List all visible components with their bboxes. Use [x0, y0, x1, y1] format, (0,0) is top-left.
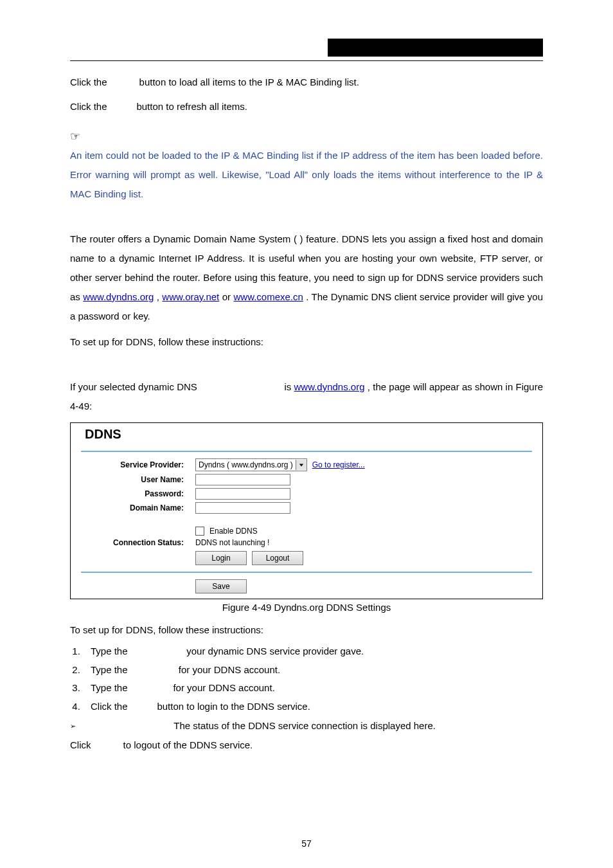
blank [130, 682, 171, 693]
label-user-name: User Name: [81, 475, 195, 484]
text: button to login to the DDNS service. [157, 701, 310, 712]
row-domain-name: Domain Name: [71, 501, 542, 515]
save-button[interactable]: Save [195, 579, 247, 593]
text: Type the [91, 664, 130, 675]
note-pointer-icon: ☞ [70, 129, 543, 143]
text: Click the [70, 101, 110, 112]
blank [110, 77, 137, 87]
text: for your DDNS account. [173, 682, 274, 693]
blank [110, 101, 134, 112]
step-4: Click the button to login to the DDNS se… [83, 698, 543, 716]
label-service-provider: Service Provider: [81, 460, 195, 469]
label-connection-status: Connection Status: [81, 538, 195, 547]
enable-ddns-label: Enable DDNS [209, 527, 258, 536]
figure-caption: Figure 4-49 Dyndns.org DDNS Settings [70, 602, 543, 613]
row-enable-ddns: Enable DDNS [71, 525, 542, 537]
blank [94, 739, 121, 750]
panel-title: DDNS [71, 423, 542, 451]
text: button to refresh all items. [136, 101, 247, 112]
blank [85, 720, 171, 731]
chevron-down-icon[interactable] [296, 460, 306, 470]
panel-divider [81, 451, 532, 452]
connection-status-note: ➢ The status of the DDNS service connect… [70, 717, 543, 736]
row-save: Save [71, 578, 542, 599]
label-domain-name: Domain Name: [81, 503, 195, 512]
label-password: Password: [81, 489, 195, 498]
link-dyndns[interactable]: www.dyndns.org [83, 291, 154, 302]
note-text: An item could not be loaded to the IP & … [70, 146, 543, 204]
step-3: Type the for your DDNS account. [83, 679, 543, 698]
link-comexe[interactable]: www.comexe.cn [233, 291, 303, 302]
logout-line: Click to logout of the DDNS service. [70, 736, 543, 755]
text: Click the [91, 701, 130, 712]
user-name-input[interactable] [195, 474, 290, 485]
step-2: Type the for your DDNS account. [83, 661, 543, 680]
steps-list: Type the your dynamic DNS service provid… [70, 642, 543, 716]
text: Type the [91, 682, 130, 693]
logout-button[interactable]: Logout [252, 551, 303, 565]
text: or [222, 291, 234, 302]
top-black-bar [328, 39, 543, 57]
text: button to load all items to the IP & MAC… [139, 77, 359, 87]
go-to-register-link[interactable]: Go to register... [312, 460, 365, 469]
text: is [284, 381, 294, 392]
row-user-name: User Name: [71, 473, 542, 487]
row-service-provider: Service Provider: Dyndns ( www.dyndns.or… [71, 457, 542, 473]
row-password: Password: [71, 487, 542, 501]
click-refresh-line: Click the button to refresh all items. [70, 97, 543, 116]
blank [200, 381, 281, 392]
text: your dynamic DNS service provider gave. [186, 646, 364, 656]
text: Click [70, 739, 94, 750]
click-load-all-line: Click the button to load all items to th… [70, 73, 543, 92]
text: for your DDNS account. [179, 664, 280, 675]
domain-name-input[interactable] [195, 502, 290, 514]
ddns-intro-paragraph: The router offers a Dynamic Domain Name … [70, 230, 543, 326]
connection-status-value: DDNS not launching ! [195, 538, 269, 547]
service-provider-select[interactable]: Dyndns ( www.dyndns.org ) [195, 458, 307, 471]
password-input[interactable] [195, 488, 290, 500]
panel-divider [81, 572, 532, 573]
page-number: 57 [0, 838, 613, 849]
row-login-buttons: Login Logout [71, 548, 542, 572]
row-connection-status: Connection Status: DDNS not launching ! [71, 537, 542, 548]
link-oray[interactable]: www.oray.net [162, 291, 219, 302]
selected-provider-line: If your selected dynamic DNS is www.dynd… [70, 377, 543, 416]
blank [130, 664, 176, 675]
figure-ddns-settings: DDNS Service Provider: Dyndns ( www.dynd… [70, 422, 543, 599]
text: Click the [70, 77, 110, 87]
text: to logout of the DDNS service. [123, 739, 253, 750]
chevron-right-icon: ➢ [70, 717, 85, 733]
header-divider [70, 60, 543, 61]
blank [130, 701, 155, 712]
link-dyndns-inline[interactable]: www.dyndns.org [294, 381, 365, 392]
select-value: Dyndns ( www.dyndns.org ) [196, 460, 296, 469]
setup-instruction-line: To set up for DDNS, follow these instruc… [70, 332, 543, 352]
login-button[interactable]: Login [195, 551, 247, 565]
steps-intro: To set up for DDNS, follow these instruc… [70, 620, 543, 640]
step-1: Type the your dynamic DNS service provid… [83, 642, 543, 661]
blank [130, 646, 184, 656]
text: If your selected dynamic DNS [70, 381, 200, 392]
svg-marker-0 [299, 464, 303, 466]
enable-ddns-checkbox[interactable] [195, 527, 204, 536]
text: The status of the DDNS service connectio… [173, 720, 436, 731]
text: Type the [91, 646, 130, 656]
